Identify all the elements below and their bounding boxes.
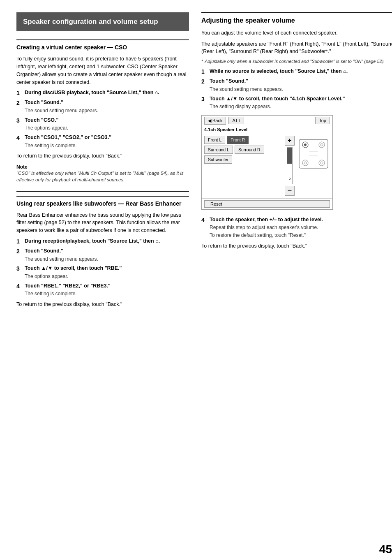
section1-intro: To fully enjoy surround sound, it is pre…	[16, 55, 189, 86]
speaker-ui-header: ◀ Back ATT Top	[202, 116, 332, 126]
svg-point-8	[321, 162, 323, 164]
page-title: Speaker configuration and volume setup	[16, 12, 189, 31]
section1-steps: 1 During disc/USB playback, touch "Sourc…	[16, 89, 189, 149]
level-bar: 0	[287, 147, 293, 184]
step-item: 2 Touch "Sound." The sound setting menu …	[201, 78, 392, 93]
svg-point-5	[302, 160, 308, 166]
level-fill	[287, 148, 292, 164]
front-r-button[interactable]: Front R	[227, 136, 249, 144]
minus-button[interactable]: –	[285, 186, 295, 196]
svg-point-3	[319, 142, 325, 148]
step-item: 1 While no source is selected, touch "So…	[201, 68, 392, 75]
step-item: 3 Touch ▲/▼ to scroll, then touch "4.1ch…	[201, 95, 392, 110]
plus-button[interactable]: +	[285, 136, 295, 146]
surround-l-button[interactable]: Surround L	[204, 146, 233, 154]
asterisk-note: * Adjustable only when a subwoofer is co…	[201, 59, 392, 64]
right-return: To return to the previous display, touch…	[201, 243, 392, 249]
svg-point-2	[304, 144, 307, 146]
right-intro2: The adjustable speakers are "Front R" (F…	[201, 40, 392, 56]
step-item: 4 Touch "RBE1," "RBE2," or "RBE3." The s…	[16, 283, 189, 297]
page-number: 45	[379, 543, 392, 556]
section1-title: Creating a virtual center speaker — CSO	[16, 39, 189, 51]
right-steps: 1 While no source is selected, touch "So…	[201, 68, 392, 110]
speaker-diagram	[297, 137, 330, 170]
subwoofer-button[interactable]: Subwoofer	[204, 155, 232, 164]
speaker-ui-body: Front L Front R Surround L Surround	[202, 133, 332, 198]
section1-return: To return to the previous display, touch…	[16, 153, 189, 159]
speaker-row-surround: Surround L Surround R	[204, 146, 281, 154]
zero-label: 0	[289, 177, 291, 181]
att-button[interactable]: ATT	[228, 117, 244, 124]
speaker-row-front: Front L Front R	[204, 136, 281, 144]
svg-rect-0	[299, 139, 328, 168]
svg-point-7	[319, 160, 325, 166]
reset-row: Reset	[202, 198, 332, 209]
step-item: 3 Touch "CSO." The options appear.	[16, 117, 189, 132]
note-block: Note "CSO" is effective only when "Multi…	[16, 164, 189, 183]
right-column: Adjusting the speaker volume You can adj…	[201, 12, 392, 312]
section2-steps: 1 During reception/playback, touch "Sour…	[16, 238, 189, 297]
svg-point-6	[304, 162, 307, 164]
step-item: 4 Touch "CSO1," "CSO2," or "CSO3." The s…	[16, 134, 189, 149]
step-item: 1 During disc/USB playback, touch "Sourc…	[16, 89, 189, 97]
section2-intro: Rear Bass Enhancer enhances the bass sou…	[16, 211, 189, 234]
step-item: 4 Touch the speaker, then +/– to adjust …	[201, 216, 392, 239]
step-item: 2 Touch "Sound." The sound setting menu …	[16, 248, 189, 262]
step-item: 3 Touch ▲/▼ to scroll, then touch "RBE."…	[16, 265, 189, 280]
svg-point-4	[321, 144, 323, 146]
left-column: Speaker configuration and volume setup C…	[16, 12, 189, 312]
reset-button[interactable]: Reset	[204, 200, 330, 208]
back-button[interactable]: ◀ Back	[204, 117, 226, 125]
speaker-row-sub: Subwoofer	[204, 155, 281, 164]
section2-title: Using rear speakers like subwoofers — Re…	[16, 196, 189, 207]
front-l-button[interactable]: Front L	[204, 136, 225, 144]
top-button[interactable]: Top	[315, 117, 330, 124]
speaker-level-title: 4.1ch Speaker Level	[202, 126, 332, 133]
step-item: 1 During reception/playback, touch "Sour…	[16, 238, 189, 245]
step4-list: 4 Touch the speaker, then +/– to adjust …	[201, 216, 392, 239]
section2-return: To return to the previous display, touch…	[16, 301, 189, 307]
surround-r-button[interactable]: Surround R	[235, 146, 264, 154]
speaker-ui-panel: ◀ Back ATT Top 4.1ch Speaker Level	[201, 115, 333, 210]
step-item: 2 Touch "Sound." The sound setting menu …	[16, 99, 189, 114]
right-intro1: You can adjust the volume level of each …	[201, 29, 392, 37]
right-section-title: Adjusting the speaker volume	[201, 12, 392, 25]
